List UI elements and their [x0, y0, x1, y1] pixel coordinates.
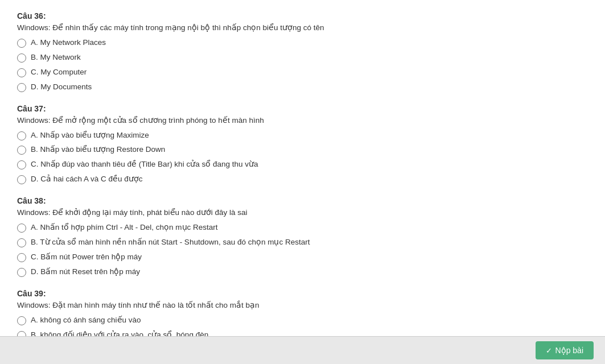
radio-q36a[interactable]	[17, 39, 26, 48]
radio-q39a[interactable]	[17, 316, 26, 325]
label-q36d: D. My Documents	[31, 82, 92, 93]
radio-q36c[interactable]	[17, 68, 26, 77]
question-number-q39: Câu 39:	[17, 289, 588, 298]
label-q38a: A. Nhấn tổ hợp phím Ctrl - Alt - Del, ch…	[31, 222, 218, 233]
question-number-q36: Câu 36:	[17, 11, 588, 20]
main-content: Câu 36:Windows: Để nhìn thấy các máy tín…	[0, 0, 605, 364]
radio-q37d[interactable]	[17, 175, 26, 184]
question-text-q37: Windows: Để mở rộng một cửa sổ chương tr…	[17, 115, 588, 125]
label-q38c: C. Bấm nút Power trên hộp máy	[31, 252, 142, 263]
submit-label: Nộp bài	[555, 346, 583, 355]
option-q38c[interactable]: C. Bấm nút Power trên hộp máy	[17, 252, 588, 263]
radio-q38d[interactable]	[17, 268, 26, 277]
question-block-q36: Câu 36:Windows: Để nhìn thấy các máy tín…	[17, 11, 588, 93]
option-q36c[interactable]: C. My Computer	[17, 67, 588, 78]
question-number-q37: Câu 37:	[17, 104, 588, 113]
label-q37c: C. Nhấp đúp vào thanh tiêu đề (Title Bar…	[31, 159, 258, 170]
option-q37d[interactable]: D. Cả hai cách A và C đều được	[17, 174, 588, 185]
option-q37a[interactable]: A. Nhấp vào biểu tượng Maximize	[17, 130, 588, 141]
label-q36b: B. My Network	[31, 52, 81, 63]
label-q37d: D. Cả hai cách A và C đều được	[31, 174, 143, 185]
label-q38b: B. Từ cửa sổ màn hình nền nhấn nút Start…	[31, 237, 310, 248]
submit-button[interactable]: ✓ Nộp bài	[536, 341, 594, 359]
footer-bar: ✓ Nộp bài	[0, 336, 605, 364]
radio-q37a[interactable]	[17, 131, 26, 140]
label-q37a: A. Nhấp vào biểu tượng Maximize	[31, 130, 149, 141]
radio-q37b[interactable]	[17, 146, 26, 155]
option-q38a[interactable]: A. Nhấn tổ hợp phím Ctrl - Alt - Del, ch…	[17, 222, 588, 233]
option-q37b[interactable]: B. Nhấp vào biểu tượng Restore Down	[17, 144, 588, 155]
label-q37b: B. Nhấp vào biểu tượng Restore Down	[31, 144, 165, 155]
option-q38d[interactable]: D. Bấm nút Reset trên hộp máy	[17, 267, 588, 278]
label-q36a: A. My Network Places	[31, 38, 106, 48]
checkmark-icon: ✓	[546, 346, 552, 355]
option-q36d[interactable]: D. My Documents	[17, 82, 588, 93]
radio-q36b[interactable]	[17, 53, 26, 63]
option-q36a[interactable]: A. My Network Places	[17, 38, 588, 48]
radio-q38c[interactable]	[17, 253, 26, 262]
question-text-q36: Windows: Để nhìn thấy các máy tính trong…	[17, 23, 588, 32]
question-text-q39: Windows: Đặt màn hình máy tính như thế n…	[17, 300, 588, 309]
question-number-q38: Câu 38:	[17, 196, 588, 205]
question-block-q37: Câu 37:Windows: Để mở rộng một cửa sổ ch…	[17, 104, 588, 185]
radio-q37c[interactable]	[17, 160, 26, 169]
radio-q38b[interactable]	[17, 238, 26, 247]
option-q37c[interactable]: C. Nhấp đúp vào thanh tiêu đề (Title Bar…	[17, 159, 588, 170]
option-q36b[interactable]: B. My Network	[17, 52, 588, 63]
question-text-q38: Windows: Để khởi động lại máy tính, phát…	[17, 208, 588, 217]
label-q38d: D. Bấm nút Reset trên hộp máy	[31, 267, 140, 278]
option-q39a[interactable]: A. không có ánh sáng chiếu vào	[17, 315, 588, 326]
option-q38b[interactable]: B. Từ cửa sổ màn hình nền nhấn nút Start…	[17, 237, 588, 248]
radio-q36d[interactable]	[17, 83, 26, 92]
question-block-q38: Câu 38:Windows: Để khởi động lại máy tín…	[17, 196, 588, 278]
radio-q38a[interactable]	[17, 224, 26, 233]
label-q39a: A. không có ánh sáng chiếu vào	[31, 315, 141, 326]
label-q36c: C. My Computer	[31, 67, 87, 78]
